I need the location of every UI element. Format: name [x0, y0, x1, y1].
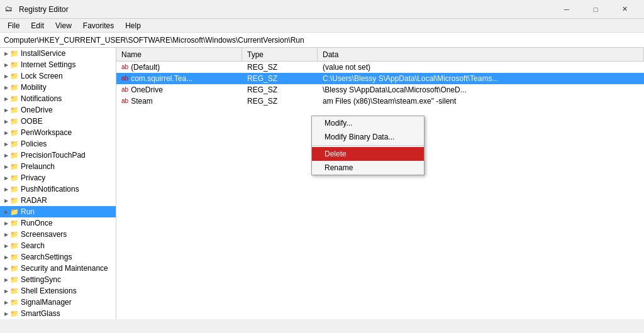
tree-item-searchsettings[interactable]: ▶📁SearchSettings [0, 251, 116, 263]
registry-row[interactable]: ab com.squirrel.Tea...REG_SZC:\Users\Ble… [116, 73, 644, 84]
menu-view[interactable]: View [50, 20, 77, 31]
minimize-button[interactable]: ─ [552, 0, 581, 19]
folder-icon: 📁 [10, 219, 19, 227]
window-controls: ─ □ ✕ [552, 0, 639, 19]
tree-item-privacy[interactable]: ▶📁Privacy [0, 172, 116, 183]
tree-arrow-icon[interactable]: ▶ [3, 197, 10, 204]
tree-item-label: RADAR [21, 196, 47, 205]
tree-item-label: Notifications [21, 94, 62, 103]
context-menu-item-rename[interactable]: Rename [312, 161, 424, 175]
tree-arrow-icon[interactable]: ▶ [3, 298, 10, 306]
tree-arrow-icon[interactable]: ▶ [3, 208, 10, 216]
tree-item-prelaunch[interactable]: ▶📁Prelaunch [0, 161, 116, 172]
tree-item-mobility[interactable]: ▶📁Mobility [0, 82, 116, 93]
folder-icon: 📁 [10, 140, 19, 148]
registry-values-panel: Name Type Data ab (Default)REG_SZ(value … [116, 48, 644, 319]
tree-item-lock-screen[interactable]: ▶📁Lock Screen [0, 70, 116, 82]
tree-arrow-icon[interactable]: ▶ [3, 276, 10, 283]
menu-edit[interactable]: Edit [26, 20, 49, 31]
tree-item-penworkspace[interactable]: ▶📁PenWorkspace [0, 127, 116, 138]
reg-data-cell: \Blessy S\AppData\Local\Microsoft\OneD..… [318, 85, 644, 94]
tree-arrow-icon[interactable]: ▶ [3, 61, 10, 68]
menu-favorites[interactable]: Favorites [78, 20, 119, 31]
tree-item-label: SettingSync [21, 275, 61, 284]
tree-item-label: Security and Maintenance [21, 264, 108, 273]
tree-arrow-icon[interactable]: ▶ [3, 310, 10, 317]
tree-arrow-icon[interactable]: ▶ [3, 287, 10, 295]
tree-item-search[interactable]: ▶📁Search [0, 240, 116, 251]
title-bar: 🗂 Registry Editor ─ □ ✕ [0, 0, 644, 19]
maximize-button[interactable]: □ [581, 0, 610, 19]
tree-arrow-icon[interactable]: ▶ [3, 174, 10, 182]
tree-item-signalmanager[interactable]: ▶📁SignalManager [0, 297, 116, 308]
tree-arrow-icon[interactable]: ▶ [3, 151, 10, 159]
tree-arrow-icon[interactable]: ▶ [3, 84, 10, 91]
tree-arrow-icon[interactable]: ▶ [3, 95, 10, 102]
col-header-name: Name [116, 48, 242, 61]
tree-item-policies[interactable]: ▶📁Policies [0, 138, 116, 150]
folder-icon: 📁 [10, 197, 19, 205]
tree-arrow-icon[interactable]: ▶ [3, 242, 10, 249]
tree-item-internet-settings[interactable]: ▶📁Internet Settings [0, 59, 116, 70]
tree-arrow-icon[interactable]: ▶ [3, 129, 10, 136]
tree-arrow-icon[interactable]: ▶ [3, 185, 10, 193]
close-button[interactable]: ✕ [610, 0, 639, 19]
menu-file[interactable]: File [3, 20, 25, 31]
reg-data-cell: am Files (x86)\Steam\steam.exe" -silent [318, 97, 644, 106]
folder-icon: 📁 [10, 231, 19, 239]
tree-arrow-icon[interactable]: ▶ [3, 72, 10, 80]
registry-rows: ab (Default)REG_SZ(value not set)ab com.… [116, 62, 644, 107]
tree-item-smartglass[interactable]: ▶📁SmartGlass [0, 308, 116, 319]
folder-icon: 📁 [10, 265, 19, 273]
tree-item-label: Search [21, 241, 45, 250]
tree-item-notifications[interactable]: ▶📁Notifications [0, 93, 116, 104]
tree-arrow-icon[interactable]: ▶ [3, 253, 10, 261]
app-icon: 🗂 [5, 4, 15, 14]
registry-row[interactable]: ab (Default)REG_SZ(value not set) [116, 62, 644, 73]
tree-item-run[interactable]: ▶📁Run [0, 206, 116, 217]
folder-icon: 📁 [10, 208, 19, 216]
context-menu-item-modify-binary-data---[interactable]: Modify Binary Data... [312, 130, 424, 144]
reg-name-text: OneDrive [131, 85, 163, 94]
registry-row[interactable]: ab OneDriveREG_SZ\Blessy S\AppData\Local… [116, 84, 644, 96]
tree-item-settingsync[interactable]: ▶📁SettingSync [0, 274, 116, 285]
tree-item-label: Screensavers [21, 230, 67, 239]
context-menu: Modify...Modify Binary Data...DeleteRena… [311, 116, 425, 175]
tree-arrow-icon[interactable]: ▶ [3, 50, 10, 57]
tree-item-label: Privacy [21, 173, 45, 182]
context-menu-item-modify---[interactable]: Modify... [312, 116, 424, 130]
tree-item-onedrive[interactable]: ▶📁OneDrive [0, 104, 116, 116]
tree-arrow-icon[interactable]: ▶ [3, 106, 10, 114]
tree-arrow-icon[interactable]: ▶ [3, 265, 10, 272]
context-menu-item-delete[interactable]: Delete [312, 147, 424, 161]
reg-value-icon: ab [121, 63, 128, 70]
tree-item-label: PrecisionTouchPad [21, 151, 86, 160]
tree-item-security-and-maintenance[interactable]: ▶📁Security and Maintenance [0, 263, 116, 274]
reg-type-cell: REG_SZ [242, 74, 318, 83]
reg-name-text: Steam [131, 97, 153, 106]
reg-data-cell: (value not set) [318, 63, 644, 72]
menu-help[interactable]: Help [120, 20, 146, 31]
window-title: Registry Editor [19, 5, 69, 14]
tree-item-radar[interactable]: ▶📁RADAR [0, 195, 116, 206]
tree-item-installservice[interactable]: ▶📁InstallService [0, 48, 116, 59]
tree-item-pushnotifications[interactable]: ▶📁PushNotifications [0, 183, 116, 195]
registry-row[interactable]: ab SteamREG_SZam Files (x86)\Steam\steam… [116, 96, 644, 107]
menu-bar: File Edit View Favorites Help [0, 19, 644, 33]
tree-arrow-icon[interactable]: ▶ [3, 231, 10, 238]
tree-arrow-icon[interactable]: ▶ [3, 140, 10, 148]
tree-arrow-icon[interactable]: ▶ [3, 163, 10, 170]
folder-icon: 📁 [10, 151, 19, 160]
tree-item-runonce[interactable]: ▶📁RunOnce [0, 217, 116, 229]
reg-value-icon: ab [121, 75, 128, 82]
tree-item-screensavers[interactable]: ▶📁Screensavers [0, 229, 116, 240]
tree-item-shell-extensions[interactable]: ▶📁Shell Extensions [0, 285, 116, 297]
folder-icon: 📁 [10, 50, 19, 58]
tree-arrow-icon[interactable]: ▶ [3, 219, 10, 227]
tree-item-oobe[interactable]: ▶📁OOBE [0, 116, 116, 127]
reg-name-cell: ab (Default) [116, 63, 242, 72]
folder-icon: 📁 [10, 185, 19, 194]
reg-data-cell: C:\Users\Blessy S\AppData\Local\Microsof… [318, 74, 644, 83]
tree-arrow-icon[interactable]: ▶ [3, 117, 10, 125]
tree-item-precisiontouchpad[interactable]: ▶📁PrecisionTouchPad [0, 150, 116, 161]
